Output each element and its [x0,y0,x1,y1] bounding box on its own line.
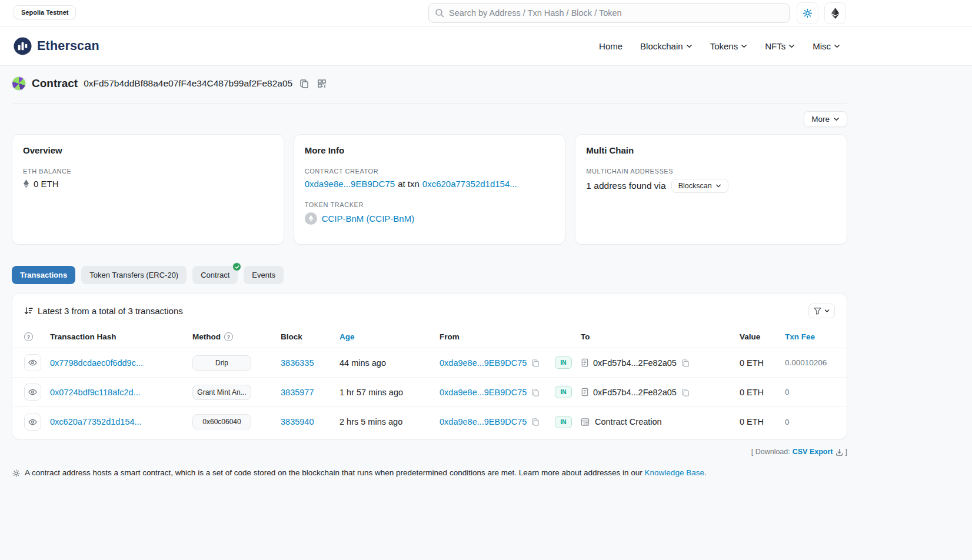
eth-balance-value: 0 ETH [34,179,59,189]
knowledge-base-link[interactable]: Knowledge Base [645,468,704,477]
nav-item-label: Misc [813,41,831,51]
search-input[interactable] [449,8,783,18]
copy-icon[interactable] [531,388,540,397]
main-navbar: Etherscan Home Blockchain Tokens NFTs [0,26,972,66]
tx-hash-link[interactable]: 0x0724bdf9c118afc2d... [50,388,141,397]
filter-button[interactable] [808,304,835,318]
eye-icon [28,358,37,367]
col-age-toggle[interactable]: Age [339,332,355,341]
age-text: 2 hrs 5 mins ago [339,417,402,426]
contract-file-icon [581,388,589,396]
tab-token-transfers[interactable]: Token Transfers (ERC-20) [81,266,187,284]
nav-item-label: Home [599,41,623,51]
to-address-text: Contract Creation [595,417,662,426]
etherscan-logo[interactable]: Etherscan [14,37,99,55]
token-tracker-link[interactable]: CCIP-BnM (CCIP-BnM) [322,214,415,224]
direction-badge: IN [555,416,572,428]
transactions-panel: Latest 3 from a total of 3 transactions … [12,293,847,439]
col-to: To [581,332,590,341]
blockscan-dropdown-button[interactable]: Blockscan [671,179,728,193]
sort-amount-icon [24,306,33,315]
chevron-down-icon [833,116,840,122]
qr-code-button[interactable] [316,78,328,89]
tx-preview-button[interactable] [24,384,41,401]
tab-events[interactable]: Events [244,266,284,284]
transactions-table: ? Transaction Hash Method ? Block Age Fr… [12,326,847,436]
multichain-addresses-label: MULTICHAIN ADDRESSES [586,168,836,175]
overview-card-title: Overview [23,145,273,155]
multichain-card-title: Multi Chain [586,145,836,155]
theme-toggle-button[interactable] [797,2,818,24]
from-address-link[interactable]: 0xda9e8e...9EB9DC75 [440,358,527,368]
block-link[interactable]: 3836335 [281,358,314,368]
method-badge[interactable]: Grant Mint An... [192,385,251,400]
footer-note-suffix: . [704,468,707,477]
help-icon[interactable]: ? [24,332,33,341]
nav-item-label: Tokens [710,41,738,51]
download-icon [835,448,843,456]
nav-item-nfts[interactable]: NFTs [765,41,795,51]
brand-name: Etherscan [37,39,99,54]
tx-hash-link[interactable]: 0x7798dcdaec0f6dd9c... [50,358,143,368]
help-icon[interactable]: ? [224,332,233,341]
network-selector-button[interactable]: Sepolia Testnet [14,5,76,19]
block-link[interactable]: 3835940 [281,417,314,426]
eth-diamond-icon [23,179,29,188]
tab-transactions[interactable]: Transactions [12,266,75,284]
eye-icon [28,418,37,426]
blockscan-label: Blockscan [678,182,712,190]
method-badge[interactable]: 0x60c06040 [192,414,251,429]
tab-contract-label: Contract [201,271,229,279]
download-prefix: [ Download: [751,448,790,456]
network-switch-button[interactable] [824,2,846,24]
nav-item-label: Blockchain [640,41,683,51]
copy-icon[interactable] [531,358,540,368]
tab-bar: Transactions Token Transfers (ERC-20) Co… [12,266,847,284]
nav-menu: Home Blockchain Tokens NFTs [599,41,847,51]
chevron-down-icon [741,43,747,49]
copy-icon[interactable] [681,388,690,397]
table-row: 0x7798dcdaec0f6dd9c... Drip 3836335 44 m… [12,348,847,378]
footer-note-text: A contract address hosts a smart contrac… [25,468,643,477]
from-address-link[interactable]: 0xda9e8e...9EB9DC75 [440,388,527,397]
nav-item-home[interactable]: Home [599,41,623,51]
funnel-icon [814,307,821,315]
eth-balance-label: ETH BALANCE [23,168,273,175]
verified-check-icon [232,262,241,271]
nav-item-misc[interactable]: Misc [813,41,840,51]
tx-preview-button[interactable] [24,414,41,431]
copy-icon[interactable] [531,417,540,426]
tx-hash-link[interactable]: 0xc620a77352d1d154... [50,417,142,426]
copy-icon[interactable] [681,358,690,368]
more-info-card: More Info CONTRACT CREATOR 0xda9e8e...9E… [294,134,566,245]
nav-item-blockchain[interactable]: Blockchain [640,41,693,51]
direction-badge: IN [555,356,572,369]
copy-address-button[interactable] [298,78,310,89]
more-info-card-title: More Info [305,145,555,155]
creator-address-link[interactable]: 0xda9e8e...9EB9DC75 [305,179,395,189]
download-suffix: ] [845,448,847,456]
etherscan-logo-icon [14,37,32,55]
ethereum-icon [831,8,840,19]
to-address-text: 0xFd57b4...2Fe82a05 [593,388,677,397]
table-row: 0x0724bdf9c118afc2d... Grant Mint An... … [12,378,847,407]
method-badge[interactable]: Drip [192,355,251,371]
footer-note: A contract address hosts a smart contrac… [12,468,847,478]
contract-file-icon [581,358,589,367]
csv-export-link[interactable]: CSV Export [793,448,833,456]
col-txn-fee-toggle[interactable]: Txn Fee [785,332,815,341]
qr-code-icon [317,79,327,88]
tab-contract[interactable]: Contract [192,266,238,284]
creation-txn-link[interactable]: 0xc620a77352d1d154... [422,179,517,189]
token-tracker-label: TOKEN TRACKER [305,201,555,208]
block-link[interactable]: 3835977 [281,388,314,397]
tx-preview-button[interactable] [24,354,41,371]
multichain-found-text: 1 address found via [586,181,665,191]
from-address-link[interactable]: 0xda9e8e...9EB9DC75 [440,417,527,426]
more-dropdown-button[interactable]: More [804,111,847,127]
header-divider [12,103,847,104]
search-bar[interactable] [428,3,790,23]
nav-item-tokens[interactable]: Tokens [710,41,748,51]
transactions-summary: Latest 3 from a total of 3 transactions [38,306,183,316]
table-header-row: ? Transaction Hash Method ? Block Age Fr… [12,326,847,348]
